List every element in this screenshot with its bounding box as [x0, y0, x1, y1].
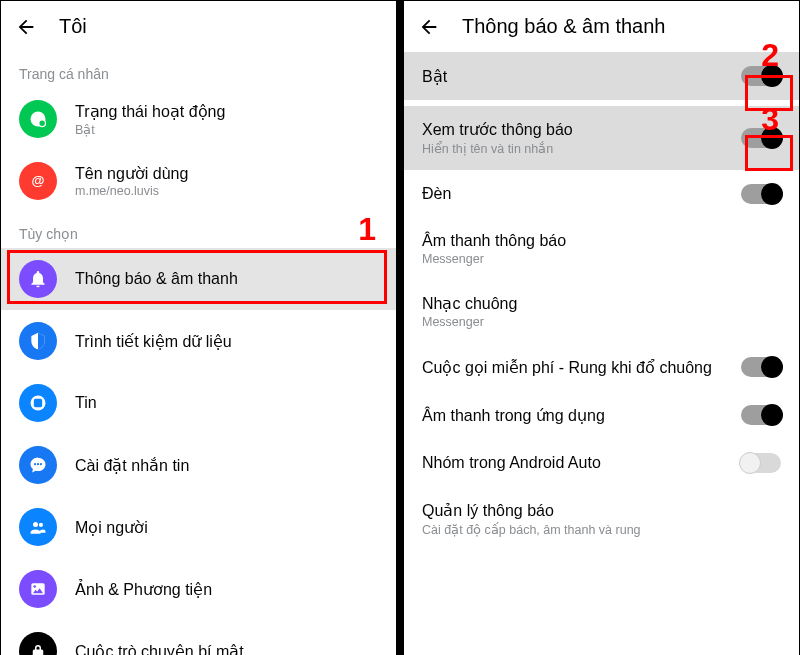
row-secret-conversations[interactable]: Cuộc trò chuyện bí mật — [1, 620, 396, 655]
toggle-android-auto-group[interactable] — [741, 453, 781, 473]
setting-title: Xem trước thông báo — [422, 120, 741, 139]
toggle-free-call-vibrate[interactable] — [741, 357, 781, 377]
toggle-on[interactable] — [741, 66, 781, 86]
svg-point-7 — [40, 463, 42, 465]
header: Thông báo & âm thanh — [404, 1, 799, 52]
media-icon — [19, 570, 57, 608]
setting-ringtone[interactable]: Nhạc chuông Messenger — [404, 280, 799, 343]
setting-manage-notifications[interactable]: Quản lý thông báo Cài đặt độ cấp bách, â… — [404, 487, 799, 551]
setting-title: Cuộc gọi miễn phí - Rung khi đổ chuông — [422, 358, 741, 377]
row-title: Cài đặt nhắn tin — [75, 456, 189, 475]
row-title: Tin — [75, 394, 97, 412]
chat-bubble-icon — [19, 446, 57, 484]
svg-rect-4 — [34, 399, 42, 407]
header: Tôi — [1, 1, 396, 52]
page-title: Tôi — [59, 15, 87, 38]
row-active-status[interactable]: Trạng thái hoạt động Bật — [1, 88, 396, 150]
setting-light[interactable]: Đèn — [404, 170, 799, 218]
right-panel: Thông báo & âm thanh Bật Xem trước thông… — [400, 0, 800, 655]
row-title: Thông báo & âm thanh — [75, 270, 238, 288]
page-title: Thông báo & âm thanh — [462, 15, 665, 38]
row-title: Ảnh & Phương tiện — [75, 580, 212, 599]
back-arrow-icon[interactable] — [15, 16, 37, 38]
left-panel: Tôi Trang cá nhân Trạng thái hoạt động B… — [0, 0, 400, 655]
toggle-in-app-sounds[interactable] — [741, 405, 781, 425]
setting-notification-sound[interactable]: Âm thanh thông báo Messenger — [404, 218, 799, 280]
row-notifications-sounds[interactable]: Thông báo & âm thanh — [1, 248, 396, 310]
setting-preview[interactable]: Xem trước thông báo Hiển thị tên và tin … — [404, 106, 799, 170]
shield-icon — [19, 322, 57, 360]
row-people[interactable]: Mọi người — [1, 496, 396, 558]
bell-icon — [19, 260, 57, 298]
setting-on[interactable]: Bật — [404, 52, 799, 100]
row-news[interactable]: Tin — [1, 372, 396, 434]
section-options-label: Tùy chọn — [1, 212, 396, 248]
setting-in-app-sounds[interactable]: Âm thanh trong ứng dụng — [404, 391, 799, 439]
row-title: Tên người dùng — [75, 164, 188, 183]
svg-text:@: @ — [32, 173, 45, 188]
setting-subtitle: Messenger — [422, 252, 781, 266]
activity-status-icon — [19, 100, 57, 138]
svg-point-1 — [39, 120, 46, 127]
row-messaging-settings[interactable]: Cài đặt nhắn tin — [1, 434, 396, 496]
toggle-light[interactable] — [741, 184, 781, 204]
svg-point-6 — [37, 463, 39, 465]
svg-point-9 — [39, 523, 43, 527]
row-title: Mọi người — [75, 518, 148, 537]
row-title: Trạng thái hoạt động — [75, 102, 225, 121]
setting-free-call-vibrate[interactable]: Cuộc gọi miễn phí - Rung khi đổ chuông — [404, 343, 799, 391]
setting-subtitle: Messenger — [422, 315, 781, 329]
row-subtitle: m.me/neo.luvis — [75, 184, 188, 198]
lock-icon — [19, 632, 57, 655]
setting-title: Quản lý thông báo — [422, 501, 781, 520]
row-photos-media[interactable]: Ảnh & Phương tiện — [1, 558, 396, 620]
setting-title: Âm thanh thông báo — [422, 232, 781, 250]
toggle-preview[interactable] — [741, 128, 781, 148]
back-arrow-icon[interactable] — [418, 16, 440, 38]
setting-android-auto-group[interactable]: Nhóm trong Android Auto — [404, 439, 799, 487]
section-personal-label: Trang cá nhân — [1, 52, 396, 88]
svg-point-11 — [33, 585, 36, 588]
setting-subtitle: Cài đặt độ cấp bách, âm thanh và rung — [422, 522, 781, 537]
row-username[interactable]: @ Tên người dùng m.me/neo.luvis — [1, 150, 396, 212]
at-sign-icon: @ — [19, 162, 57, 200]
svg-point-8 — [33, 522, 38, 527]
setting-title: Đèn — [422, 185, 741, 203]
setting-subtitle: Hiển thị tên và tin nhắn — [422, 141, 741, 156]
row-subtitle: Bật — [75, 122, 225, 137]
story-icon — [19, 384, 57, 422]
setting-title: Âm thanh trong ứng dụng — [422, 406, 741, 425]
svg-point-5 — [34, 463, 36, 465]
setting-title: Nhạc chuông — [422, 294, 781, 313]
row-title: Trình tiết kiệm dữ liệu — [75, 332, 232, 351]
people-icon — [19, 508, 57, 546]
row-data-saver[interactable]: Trình tiết kiệm dữ liệu — [1, 310, 396, 372]
setting-title: Nhóm trong Android Auto — [422, 454, 741, 472]
setting-title: Bật — [422, 67, 741, 86]
row-title: Cuộc trò chuyện bí mật — [75, 642, 244, 656]
